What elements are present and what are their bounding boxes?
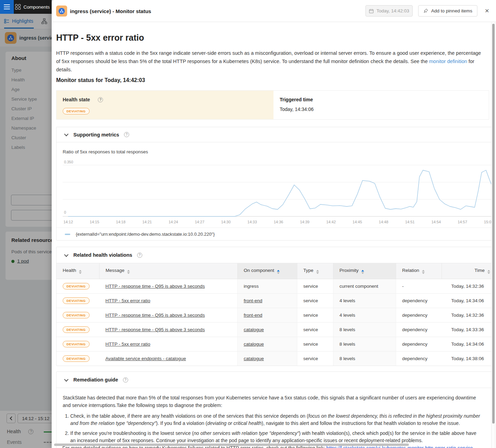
- violation-message-link[interactable]: HTTP - response time - Q95 is above 3 se…: [105, 284, 205, 289]
- vertical-scrollbar[interactable]: [491, 22, 495, 448]
- time-cell: Today, 14:32:36: [442, 308, 495, 322]
- relation-cell: dependency: [396, 322, 442, 337]
- horizontal-scrollbar-thumb[interactable]: [54, 444, 409, 446]
- hamburger-menu-button[interactable]: [0, 0, 14, 14]
- modal-header: ingress (service) - Monitor status Today…: [52, 0, 496, 22]
- health-badge: DEVIATING: [63, 312, 90, 318]
- x-axis-tick: 14:18: [116, 220, 126, 224]
- legend-line-swatch: [65, 234, 70, 235]
- health-badge: DEVIATING: [63, 341, 90, 347]
- monitor-description: HTTP responses with a status code in the…: [56, 49, 486, 74]
- violation-message-link[interactable]: HTTP - 5xx error ratio: [105, 298, 150, 303]
- triggered-time-value: Today, 14:34:06: [280, 106, 314, 112]
- violation-message-link[interactable]: Available service endpoints - catalogue: [105, 356, 186, 361]
- component-link[interactable]: front-end: [244, 313, 262, 318]
- collapse-chevron-icon[interactable]: [64, 377, 69, 381]
- x-axis-tick: 14:33: [247, 220, 257, 224]
- health-state-panel: Health state ? DEVIATING Triggered time …: [56, 90, 489, 120]
- triggered-time-label: Triggered time: [280, 97, 313, 102]
- x-axis-tick: 14:42: [326, 220, 336, 224]
- violation-message-link[interactable]: HTTP - response time - Q95 is above 3 se…: [105, 327, 205, 332]
- remediation-guide-section: Remediation guide ? StackState has detec…: [56, 371, 495, 448]
- x-axis-tick: 14:51: [405, 220, 415, 224]
- modal-title: ingress (service) - Monitor status: [70, 0, 151, 22]
- chart-series-line: [68, 170, 495, 216]
- supporting-metrics-section: Supporting metrics ? Ratio of 5xx respon…: [56, 127, 495, 241]
- health-state-cell: Health state ? DEVIATING: [56, 91, 273, 119]
- violations-table: HealthMessageOn componentTypeProximityRe…: [56, 263, 495, 366]
- supporting-metrics-title: Supporting metrics: [73, 132, 119, 138]
- proximity-cell: 4 levels: [333, 308, 396, 322]
- top-navigation-bar: Components: [0, 0, 52, 14]
- health-badge: DEVIATING: [63, 326, 90, 333]
- component-link[interactable]: front-end: [244, 298, 262, 303]
- remediation-header: Remediation guide ?: [56, 372, 495, 388]
- relation-cell: dependency: [396, 293, 442, 308]
- datetime-picker-button[interactable]: Today, 14:42:03: [365, 5, 413, 17]
- proximity-cell: 4 levels: [333, 293, 396, 308]
- pin-icon: [423, 8, 428, 13]
- chart-title: Ratio of 5xx responses to total response…: [63, 149, 148, 154]
- component-link[interactable]: catalogue: [244, 342, 264, 347]
- sort-icon: [422, 270, 425, 274]
- sort-icon: [316, 270, 319, 274]
- violations-help-icon[interactable]: ?: [137, 253, 142, 258]
- relation-cell: dependency: [396, 351, 442, 366]
- collapse-chevron-icon[interactable]: [64, 252, 69, 257]
- column-header-on-component[interactable]: On component: [237, 263, 297, 279]
- y-axis-max-label: 0.350: [64, 160, 73, 164]
- component-link[interactable]: catalogue: [244, 327, 264, 332]
- remediation-steps: Check, in the table above, if there are …: [64, 413, 483, 447]
- sort-icon: [487, 270, 490, 274]
- proximity-cell: 8 levels: [333, 351, 396, 366]
- table-row: DEVIATINGHTTP - response time - Q95 is a…: [56, 308, 495, 322]
- proximity-cell: 8 levels: [333, 337, 396, 351]
- time-cell: Today, 14:32:36: [442, 279, 495, 293]
- column-header-type[interactable]: Type: [297, 263, 333, 279]
- chart-canvas: [56, 158, 495, 226]
- column-header-time[interactable]: Time: [442, 263, 495, 279]
- health-state-help-icon[interactable]: ?: [98, 97, 103, 102]
- x-axis-tick: 14:36: [274, 220, 283, 224]
- remediation-help-icon[interactable]: ?: [123, 377, 128, 383]
- x-axis-tick: 14:12: [63, 220, 73, 224]
- monitor-status-heading: Monitor status for Today, 14:42:03: [56, 77, 145, 83]
- collapse-chevron-icon[interactable]: [64, 132, 69, 136]
- vertical-scrollbar-thumb[interactable]: [492, 24, 495, 424]
- add-to-pinned-items-button[interactable]: Add to pinned items: [418, 5, 477, 17]
- column-header-proximity[interactable]: Proximity: [333, 263, 396, 279]
- health-badge: DEVIATING: [63, 355, 90, 362]
- table-row: DEVIATINGHTTP - response time - Q95 is a…: [56, 322, 495, 337]
- remediation-step: If the service you're troubleshooting is…: [70, 430, 483, 444]
- x-axis-tick: 14:15: [90, 220, 100, 224]
- column-header-message[interactable]: Message: [99, 263, 237, 279]
- nav-item-components[interactable]: Components: [15, 0, 52, 14]
- supporting-metrics-help-icon[interactable]: ?: [124, 132, 129, 137]
- x-axis-tick: 14:21: [142, 220, 152, 224]
- x-axis-tick: 14:39: [300, 220, 310, 224]
- table-row: DEVIATINGAvailable service endpoints - c…: [56, 351, 495, 366]
- remediation-title: Remediation guide: [73, 377, 118, 383]
- calendar-icon: [369, 9, 374, 13]
- violations-title: Related health violations: [73, 252, 132, 258]
- component-link[interactable]: catalogue: [244, 356, 264, 361]
- type-cell: service: [297, 293, 333, 308]
- x-axis-tick: 14:24: [168, 220, 178, 224]
- x-axis-tick: 14:45: [353, 220, 362, 224]
- type-cell: service: [297, 279, 333, 293]
- remediation-step: Check, in the table above, if there are …: [70, 413, 483, 427]
- health-badge: DEVIATING: [63, 283, 90, 289]
- x-axis-tick: 14:54: [431, 220, 441, 224]
- violation-message-link[interactable]: HTTP - 5xx error ratio: [105, 342, 150, 347]
- column-header-health[interactable]: Health: [56, 263, 99, 279]
- monitor-definition-link[interactable]: monitor definition: [429, 59, 467, 64]
- violation-message-link[interactable]: HTTP - response time - Q95 is above 3 se…: [105, 313, 205, 318]
- time-cell: Today, 14:34:06: [442, 337, 495, 351]
- x-axis-tick: 14:57: [458, 220, 467, 224]
- modal-backdrop: [0, 14, 52, 448]
- column-header-relation[interactable]: Relation: [396, 263, 442, 279]
- close-button[interactable]: ×: [482, 6, 492, 16]
- components-grid-icon: [15, 4, 21, 10]
- close-icon: ×: [485, 7, 489, 15]
- x-axis-tick: 14:48: [379, 220, 389, 224]
